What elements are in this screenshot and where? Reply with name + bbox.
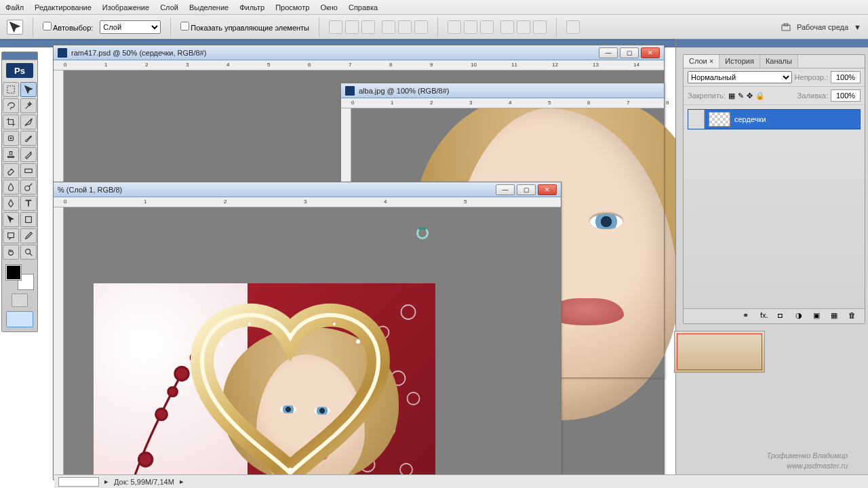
dock-grab[interactable] [676, 39, 868, 47]
screen-mode-toggle[interactable] [6, 311, 33, 327]
navigator-thumbnail[interactable] [674, 331, 765, 373]
align-icon[interactable] [329, 20, 342, 34]
distribute-icon[interactable] [517, 20, 530, 34]
notes-tool[interactable] [3, 228, 19, 243]
menu-select[interactable]: Выделение [189, 3, 229, 12]
color-swatches[interactable] [6, 265, 33, 289]
titlebar-1[interactable]: ram417.psd @ 50% (сердечки, RGB/8#) —▢✕ [54, 45, 664, 60]
tab-history[interactable]: История [719, 55, 760, 68]
move-tool-icon[interactable] [7, 20, 23, 35]
briefcase-icon [781, 22, 791, 33]
ruler-vertical[interactable] [54, 207, 64, 479]
lock-all-icon[interactable]: 🔒 [755, 92, 765, 100]
quick-mask-toggle[interactable] [12, 293, 28, 307]
move-tool[interactable] [20, 82, 37, 97]
distribute-icon[interactable] [448, 20, 461, 34]
ps-doc-icon [58, 48, 67, 58]
crop-tool[interactable] [3, 115, 19, 129]
dodge-tool[interactable] [20, 180, 37, 195]
ruler-horizontal[interactable]: 01234567891011121314 [54, 60, 664, 70]
link-icon[interactable]: ⚭ [743, 311, 753, 322]
menu-image[interactable]: Изображение [102, 3, 149, 12]
fg-color[interactable] [6, 265, 21, 280]
shape-tool[interactable] [20, 212, 37, 227]
blur-tool[interactable] [3, 180, 19, 195]
gradient-tool[interactable] [20, 163, 37, 178]
close-button[interactable]: ✕ [641, 47, 660, 58]
menu-file[interactable]: Файл [5, 3, 24, 12]
blend-mode-dropdown[interactable]: Нормальный [688, 71, 792, 83]
fill-input[interactable]: 100% [831, 89, 861, 102]
lock-brush-icon[interactable]: ✎ [738, 92, 744, 100]
svg-point-26 [356, 340, 360, 344]
align-icon[interactable] [382, 20, 395, 34]
layer-visibility-toggle[interactable] [688, 110, 705, 129]
close-button[interactable]: ✕ [538, 184, 557, 195]
arrow-icon[interactable]: ▸ [180, 477, 184, 486]
menu-help[interactable]: Справка [349, 3, 378, 12]
menu-window[interactable]: Окно [320, 3, 338, 12]
align-icon[interactable] [345, 20, 359, 34]
svg-rect-4 [25, 169, 33, 172]
fx-icon[interactable]: fx. [760, 311, 771, 322]
hand-tool[interactable] [3, 245, 19, 260]
align-icon[interactable] [414, 20, 428, 34]
wand-tool[interactable] [20, 98, 37, 113]
history-brush-tool[interactable] [20, 147, 37, 162]
svg-rect-6 [26, 217, 32, 223]
brush-tool[interactable] [20, 131, 37, 146]
show-transform-check[interactable]: Показать управляющие элементы [180, 22, 309, 32]
auto-select-check[interactable]: Автовыбор: [43, 22, 93, 32]
distribute-icon[interactable] [480, 20, 494, 34]
distribute-icon[interactable] [500, 20, 514, 34]
mask-icon[interactable]: ◘ [778, 311, 789, 322]
distribute-icon[interactable] [533, 20, 547, 34]
svg-point-11 [401, 305, 416, 319]
menu-filter[interactable]: Фильтр [239, 3, 264, 12]
panel-grab[interactable] [2, 52, 37, 60]
opacity-input[interactable]: 100% [831, 71, 861, 83]
lasso-tool[interactable] [3, 98, 19, 113]
auto-select-dropdown[interactable]: Слой [100, 20, 161, 34]
minimize-button[interactable]: — [599, 47, 618, 58]
adjustment-icon[interactable]: ◑ [795, 311, 806, 322]
eraser-tool[interactable] [3, 163, 19, 178]
heal-tool[interactable] [3, 131, 19, 146]
menu-layer[interactable]: Слой [160, 3, 178, 12]
titlebar-3[interactable]: % (Слой 1, RGB/8) —▢✕ [54, 182, 561, 197]
zoom-tool[interactable] [20, 245, 37, 260]
stamp-tool[interactable] [3, 147, 19, 162]
layer-row[interactable]: сердечки [688, 109, 861, 129]
ruler-horizontal[interactable]: 012345 [54, 197, 561, 207]
options-bar: Автовыбор: Слой Показать управляющие эле… [0, 15, 868, 39]
menu-view[interactable]: Просмотр [275, 3, 309, 12]
marquee-tool[interactable] [3, 82, 19, 97]
align-icon[interactable] [361, 20, 375, 34]
slice-tool[interactable] [20, 115, 37, 129]
ruler-horizontal[interactable]: 01234567891011121314 [341, 98, 664, 108]
lock-transparency-icon[interactable]: ▦ [728, 92, 735, 100]
titlebar-2[interactable]: alba.jpg @ 100% (RGB/8#) [341, 83, 664, 98]
type-tool[interactable] [20, 196, 37, 211]
minimize-button[interactable]: — [496, 184, 515, 195]
distribute-icon[interactable] [464, 20, 477, 34]
maximize-button[interactable]: ▢ [517, 184, 536, 195]
arrange-icon[interactable] [566, 20, 580, 34]
menu-edit[interactable]: Редактирование [35, 3, 92, 12]
tab-layers[interactable]: Слои × [684, 55, 719, 68]
pen-tool[interactable] [3, 196, 19, 211]
workspace-switcher[interactable]: Рабочая среда ▼ [781, 22, 861, 33]
arrow-icon[interactable]: ▸ [104, 477, 108, 486]
maximize-button[interactable]: ▢ [620, 47, 639, 58]
tools-panel: Ps [1, 52, 38, 332]
trash-icon[interactable]: 🗑 [848, 311, 859, 322]
zoom-field[interactable] [58, 477, 99, 487]
path-select-tool[interactable] [3, 212, 19, 227]
new-layer-icon[interactable]: ▦ [831, 311, 842, 322]
tab-channels[interactable]: Каналы [760, 55, 798, 68]
lock-move-icon[interactable]: ✥ [747, 92, 753, 100]
eyedropper-tool[interactable] [20, 228, 37, 243]
align-icon[interactable] [398, 20, 412, 34]
layer-thumbnail[interactable] [709, 112, 730, 127]
folder-icon[interactable]: ▣ [813, 311, 824, 322]
